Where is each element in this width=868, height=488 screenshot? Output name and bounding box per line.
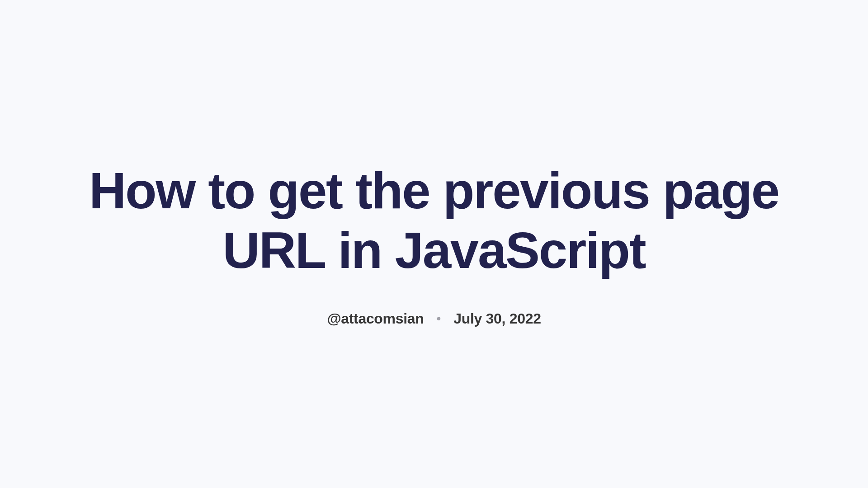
article-date: July 30, 2022 (453, 310, 541, 327)
article-title: How to get the previous page URL in Java… (45, 161, 823, 279)
article-meta: @attacomsian • July 30, 2022 (327, 310, 541, 327)
meta-separator: • (436, 312, 441, 325)
article-card: How to get the previous page URL in Java… (0, 161, 868, 327)
article-author: @attacomsian (327, 310, 424, 327)
